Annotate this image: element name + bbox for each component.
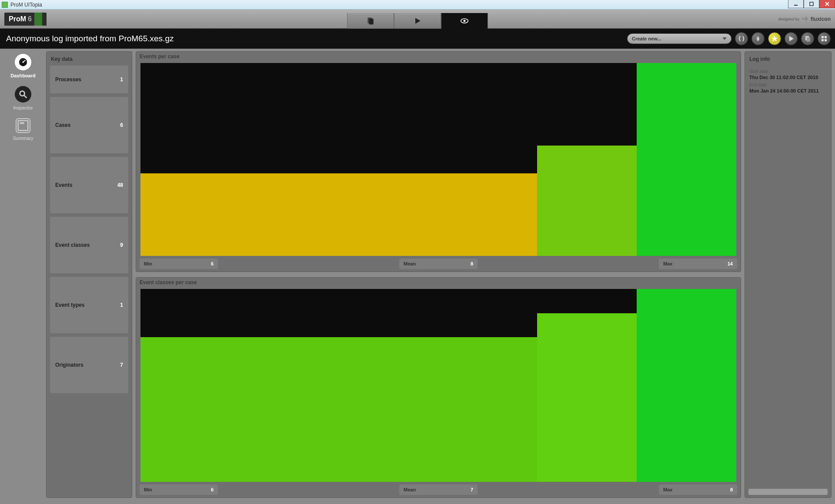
workspace-icon: [365, 17, 376, 25]
os-titlebar: ProM UITopia: [0, 0, 835, 10]
window-close-button[interactable]: [819, 0, 835, 8]
loginfo-scrollbar[interactable]: [748, 489, 828, 495]
tab-play[interactable]: [394, 13, 441, 29]
event-classes-per-case-chart: [140, 288, 737, 483]
keydata-eventclasses-value: 9: [120, 242, 123, 248]
chart-bar: [637, 63, 736, 256]
logo-accent: [34, 13, 42, 26]
tab-view[interactable]: [441, 13, 488, 29]
events-per-case-chart: [140, 62, 737, 257]
svg-point-19: [20, 91, 25, 96]
page-title: Anonymous log imported from ProM65.xes.g…: [6, 34, 174, 43]
mean-value: 8: [471, 261, 473, 266]
logo-text: ProM: [9, 15, 26, 23]
keydata-cases-label: Cases: [55, 122, 70, 128]
events-per-case-min: Min 6: [140, 259, 218, 269]
keydata-eventclasses[interactable]: Event classes 9: [50, 217, 128, 273]
keydata-originators-value: 7: [120, 362, 123, 368]
grid-icon: [821, 35, 828, 42]
loginfo-end-value: Mon Jan 24 14:56:00 CET 2011: [749, 88, 827, 93]
copy-button[interactable]: [801, 32, 814, 45]
nav-strip: Dashboard Inspector Summary: [3, 51, 43, 498]
min-value: 6: [211, 261, 214, 266]
play-icon: [412, 17, 423, 25]
chart-bar: [140, 173, 537, 256]
parentheses-icon: [738, 35, 745, 42]
loginfo-start-value: Thu Dec 30 11:02:00 CET 2010: [749, 75, 827, 80]
mean-label: Mean: [404, 487, 416, 492]
min-label: Min: [144, 487, 152, 492]
event-classes-per-case-panel: Event classes per case Min 6 Mean 7 Max …: [136, 277, 741, 498]
keydata-header: Key data: [51, 56, 127, 62]
loginfo-start-label: Start date: [749, 69, 827, 74]
drop-button[interactable]: [752, 32, 765, 45]
grid-button[interactable]: [818, 32, 831, 45]
keydata-eventtypes-label: Event types: [55, 302, 84, 308]
svg-rect-1: [810, 2, 813, 6]
chart-bar: [637, 289, 736, 482]
events-per-case-mean: Mean 8: [399, 259, 478, 269]
keydata-events-label: Events: [55, 182, 72, 188]
svg-marker-10: [789, 36, 794, 41]
keydata-panel: Key data Processes 1 Cases 6 Events 48 E…: [46, 51, 132, 498]
svg-marker-6: [415, 18, 421, 23]
chart-bar: [140, 337, 537, 482]
favorite-button[interactable]: [768, 32, 781, 45]
keydata-events[interactable]: Events 48: [50, 157, 128, 213]
loginfo-panel: Log info Start date Thu Dec 30 11:02:00 …: [745, 51, 832, 498]
chart-bar: [537, 146, 637, 256]
create-new-dropdown[interactable]: Create new...: [627, 33, 731, 44]
nav-summary-label: Summary: [13, 136, 33, 141]
event-classes-per-case-title: Event classes per case: [136, 278, 741, 287]
window-minimize-button[interactable]: [788, 0, 804, 8]
chart-bar: [537, 313, 637, 482]
mean-value: 7: [471, 487, 473, 492]
events-per-case-max: Max 14: [659, 259, 737, 269]
app-header: ProM 6 designed by fluxicon: [0, 10, 835, 29]
fluxicon-mark-icon: [802, 16, 808, 22]
event-classes-per-case-min: Min 6: [140, 484, 218, 495]
keydata-eventtypes[interactable]: Event types 1: [50, 277, 128, 333]
max-value: 8: [730, 487, 733, 492]
window-maximize-button[interactable]: [804, 0, 819, 8]
keydata-processes-value: 1: [120, 76, 123, 83]
events-per-case-panel: Events per case Min 6 Mean 8 Max 14: [136, 51, 741, 272]
svg-point-8: [464, 20, 466, 22]
svg-rect-5: [369, 19, 374, 24]
parentheses-button[interactable]: [735, 32, 748, 45]
keydata-originators[interactable]: Originators 7: [50, 337, 128, 393]
drop-icon: [755, 35, 762, 42]
svg-rect-12: [807, 37, 810, 42]
svg-marker-9: [772, 36, 778, 42]
nav-summary[interactable]: Summary: [13, 118, 33, 141]
nav-dashboard-label: Dashboard: [10, 73, 35, 78]
keydata-eventclasses-label: Event classes: [55, 242, 90, 248]
keydata-eventtypes-value: 1: [120, 302, 123, 308]
min-value: 6: [211, 487, 214, 492]
dashboard-icon: [15, 54, 31, 70]
svg-rect-13: [822, 36, 824, 38]
keydata-cases[interactable]: Cases 6: [50, 97, 128, 153]
app-favicon: [2, 2, 8, 8]
svg-rect-22: [20, 123, 24, 124]
create-new-label: Create new...: [632, 36, 661, 41]
star-icon: [771, 35, 778, 42]
max-value: 14: [728, 261, 733, 266]
tab-workspace[interactable]: [347, 13, 394, 29]
svg-line-20: [24, 96, 27, 98]
max-label: Max: [663, 487, 672, 492]
app-logo[interactable]: ProM 6: [4, 13, 47, 26]
keydata-cases-value: 6: [120, 122, 123, 128]
nav-inspector-label: Inspector: [13, 105, 33, 110]
keydata-events-value: 48: [117, 182, 123, 188]
keydata-processes-label: Processes: [55, 76, 81, 83]
min-label: Min: [144, 261, 152, 266]
keydata-processes[interactable]: Processes 1: [50, 66, 128, 93]
svg-rect-14: [825, 36, 827, 38]
nav-inspector[interactable]: Inspector: [13, 86, 33, 110]
chevron-down-icon: [722, 37, 727, 40]
nav-dashboard[interactable]: Dashboard: [10, 54, 35, 78]
loginfo-end-label: End date: [749, 83, 827, 87]
run-button[interactable]: [785, 32, 798, 45]
keydata-originators-label: Originators: [55, 362, 84, 368]
